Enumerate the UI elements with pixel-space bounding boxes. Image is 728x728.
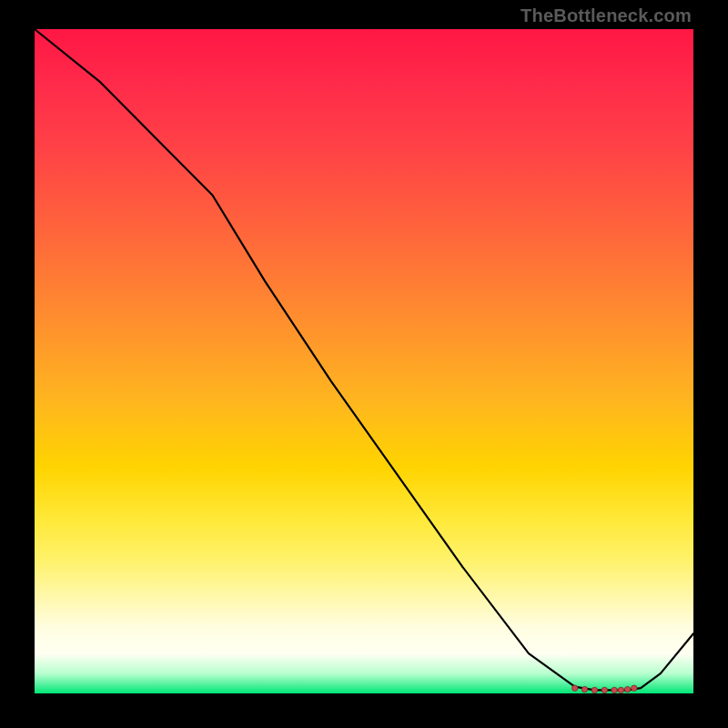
marker-point bbox=[618, 687, 623, 693]
chart-frame: TheBottleneck.com bbox=[0, 0, 728, 728]
marker-cluster bbox=[572, 685, 638, 693]
marker-point bbox=[581, 686, 587, 692]
marker-point bbox=[602, 687, 607, 693]
marker-point bbox=[572, 685, 578, 691]
chart-overlay bbox=[35, 29, 693, 693]
marker-point bbox=[632, 685, 637, 691]
marker-point bbox=[592, 687, 597, 693]
marker-point bbox=[612, 687, 617, 693]
marker-point bbox=[624, 686, 630, 692]
watermark-text: TheBottleneck.com bbox=[521, 5, 692, 26]
data-curve bbox=[35, 29, 693, 690]
